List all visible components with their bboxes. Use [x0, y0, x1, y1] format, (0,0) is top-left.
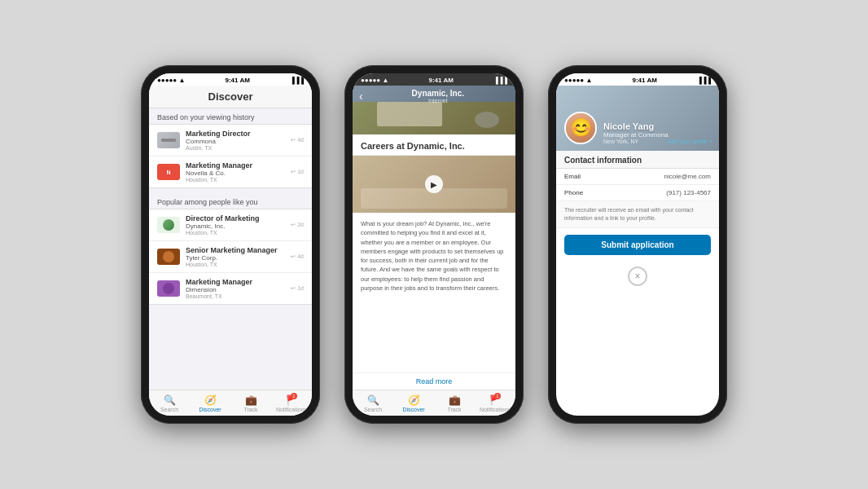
phone-value: (917) 123-4567	[666, 189, 711, 196]
contact-row-phone: Phone (917) 123-4567	[556, 185, 719, 201]
notification-badge-1: 1	[291, 393, 297, 399]
company-header-title: Dynamic, Inc. Internet	[367, 89, 509, 104]
company-screen: ●●●●● ▲ 9:41 AM ▐▐▐ ‹	[353, 73, 515, 416]
submit-application-button[interactable]: Submit application	[564, 235, 711, 255]
job-title-5: Marketing Manager	[186, 278, 291, 286]
tab-bar-1: 🔍 Search 🧭 Discover 💼 Track 1 🚩 No	[149, 390, 312, 416]
profile-screen: ●●●●● ▲ 9:41 AM ▐▐▐ 😊 Nicole Yang Manage…	[556, 73, 719, 416]
tab-discover-2[interactable]: 🧭 Discover	[393, 390, 434, 416]
search-icon-2: 🔍	[367, 394, 379, 406]
job-item-4[interactable]: Senior Marketing Manager Tyler Corp. Hou…	[149, 241, 312, 273]
careers-heading: Careers at Dynamic, Inc.	[353, 134, 515, 156]
job-item-5[interactable]: Marketing Manager Dimension Beaumont, TX…	[149, 273, 312, 304]
phone-label: Phone	[564, 189, 583, 196]
job-item-1[interactable]: Marketing Director Commona Austin, TX ↩ …	[149, 125, 312, 156]
read-more-link[interactable]: Read more	[353, 372, 515, 390]
profile-location: New York, NY	[603, 139, 669, 144]
close-button[interactable]: ×	[628, 267, 647, 286]
job-title-2: Marketing Manager	[186, 161, 291, 170]
company-name-3: Dynamic, Inc.	[186, 222, 291, 230]
track-icon-1: 💼	[245, 394, 257, 406]
company-name-1: Commona	[186, 138, 291, 145]
profile-header: 😊 Nicole Yang Manager at Commona New Yor…	[556, 86, 719, 151]
contact-header: Contact information	[556, 151, 719, 169]
job-location-2: Houston, TX	[186, 177, 291, 183]
tab-notifications-1[interactable]: 1 🚩 Notifications	[271, 390, 312, 416]
desktop-background: ●●●●● ▲ 9:41 AM ▐▐▐ Discover Based on yo…	[0, 0, 868, 489]
status-bar-2: ●●●●● ▲ 9:41 AM ▐▐▐	[353, 73, 515, 86]
back-button[interactable]: ‹	[359, 90, 363, 103]
job-info-1: Marketing Director Commona Austin, TX	[186, 130, 291, 151]
discover-title: Discover	[157, 90, 304, 103]
tab-track-2[interactable]: 💼 Track	[434, 390, 475, 416]
battery-icon-2: ▐▐▐	[493, 77, 507, 84]
time-display-2: 9:41 AM	[428, 77, 453, 84]
profile-job-title: Manager at Commona	[603, 131, 669, 139]
time-display: 9:41 AM	[225, 77, 249, 84]
discover-icon-2: 🧭	[408, 394, 420, 406]
job-title-1: Marketing Director	[186, 130, 291, 138]
company-name-4: Tyler Corp.	[186, 254, 291, 262]
company-name-2: Novella & Co.	[186, 170, 291, 177]
company-logo-dynamic	[157, 217, 180, 233]
job-info-3: Director of Marketing Dynamic, Inc. Hous…	[186, 214, 291, 236]
tab-search-label-1: Search	[160, 407, 178, 412]
tab-notifications-label-2: Notifications	[480, 407, 511, 412]
discover-screen: ●●●●● ▲ 9:41 AM ▐▐▐ Discover Based on yo…	[149, 73, 312, 416]
email-label: Email	[564, 173, 581, 180]
company-type: Internet	[367, 98, 509, 104]
tab-track-label-1: Track	[243, 407, 257, 412]
apply-notice: The recruiter will receive an email with…	[556, 201, 719, 228]
time-display-3: 9:41 AM	[632, 77, 656, 84]
tab-discover-label-1: Discover	[199, 407, 221, 412]
company-logo-novella: N	[157, 164, 180, 180]
signal-icon-3: ●●●●● ▲	[564, 77, 592, 84]
company-phone: ●●●●● ▲ 9:41 AM ▐▐▐ ‹	[344, 65, 524, 424]
job-location-4: Houston, TX	[186, 262, 291, 267]
tab-search-2[interactable]: 🔍 Search	[353, 390, 393, 416]
job-item-2[interactable]: N Marketing Manager Novella & Co. Housto…	[149, 156, 312, 187]
profile-photo: 😊	[564, 112, 597, 144]
discover-content: Based on your viewing history Marketing …	[149, 108, 312, 390]
search-icon-1: 🔍	[164, 394, 176, 406]
job-item-3[interactable]: Director of Marketing Dynamic, Inc. Hous…	[149, 209, 312, 241]
tab-search-label-2: Search	[364, 407, 382, 412]
job-list-2: Director of Marketing Dynamic, Inc. Hous…	[149, 209, 312, 305]
tab-notifications-2[interactable]: 1 🚩 Notifications	[475, 390, 515, 416]
track-icon-2: 💼	[449, 394, 461, 406]
company-header-nav: ‹ Dynamic, Inc. Internet	[353, 86, 515, 107]
status-bar-1: ●●●●● ▲ 9:41 AM ▐▐▐	[149, 73, 312, 86]
job-meta-4: ↩ 4d	[291, 253, 304, 260]
tab-track-1[interactable]: 💼 Track	[230, 390, 271, 416]
tab-search-1[interactable]: 🔍 Search	[149, 390, 190, 416]
job-location-1: Austin, TX	[186, 145, 291, 151]
edit-profile-link[interactable]: Edit your profile >	[668, 139, 712, 144]
job-time-2: ↩	[291, 169, 297, 174]
email-value: nicole@me.com	[664, 173, 711, 180]
profile-info: Nicole Yang Manager at Commona New York,…	[603, 121, 669, 144]
job-location-3: Houston, TX	[186, 230, 291, 236]
tab-discover-1[interactable]: 🧭 Discover	[190, 390, 230, 416]
video-thumbnail[interactable]: ▶	[353, 156, 515, 213]
status-bar-3: ●●●●● ▲ 9:41 AM ▐▐▐	[556, 73, 719, 86]
tab-bar-2: 🔍 Search 🧭 Discover 💼 Track 1 🚩 No	[353, 390, 515, 416]
play-icon[interactable]: ▶	[425, 175, 443, 193]
close-icon: ×	[634, 271, 640, 282]
company-header: ‹ Dynamic, Inc. Internet	[353, 86, 515, 134]
job-title-3: Director of Marketing	[186, 214, 291, 222]
signal-icon-2: ●●●●● ▲	[361, 77, 388, 84]
close-btn-area: ×	[556, 262, 719, 291]
phones-container: ●●●●● ▲ 9:41 AM ▐▐▐ Discover Based on yo…	[125, 49, 743, 440]
job-info-2: Marketing Manager Novella & Co. Houston,…	[186, 161, 291, 183]
job-meta-2: ↩ 1d	[291, 169, 304, 175]
battery-icon-3: ▐▐▐	[697, 77, 711, 84]
discover-icon-1: 🧭	[204, 394, 217, 406]
job-meta-1: ↩ 4d	[291, 137, 304, 143]
job-title-4: Senior Marketing Manager	[186, 246, 291, 254]
profile-name: Nicole Yang	[603, 121, 669, 131]
company-name-large: Dynamic, Inc.	[367, 89, 509, 98]
tab-track-label-2: Track	[447, 407, 461, 412]
profile-phone: ●●●●● ▲ 9:41 AM ▐▐▐ 😊 Nicole Yang Manage…	[548, 65, 727, 424]
company-logo-tyler	[157, 249, 180, 265]
signal-icon: ●●●●● ▲	[157, 77, 185, 84]
